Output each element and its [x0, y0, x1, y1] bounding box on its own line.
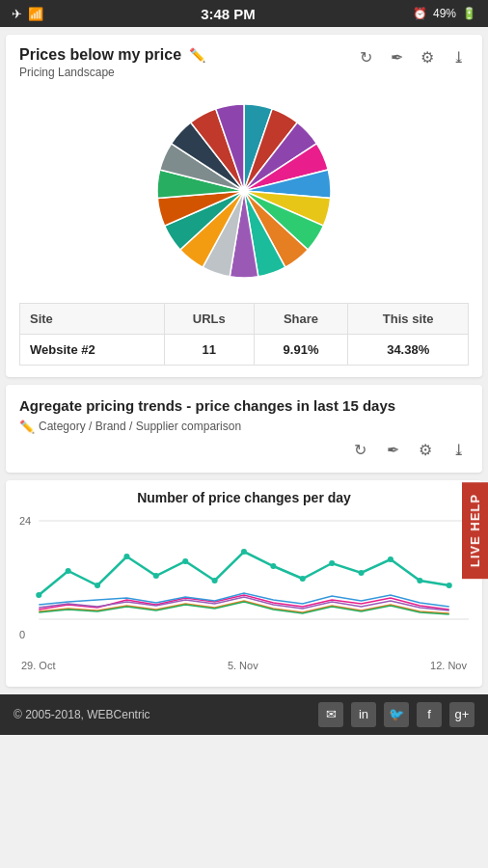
card2-subtitle-row: ✏️ Category / Brand / Supplier compariso…	[19, 420, 469, 434]
footer-social-icons: ✉ in 🐦 f g+	[318, 702, 474, 727]
card2-subtitle: Category / Brand / Supplier comparison	[39, 420, 241, 433]
cell-urls: 11	[164, 335, 254, 366]
facebook-icon[interactable]: f	[417, 702, 442, 727]
svg-point-13	[359, 570, 365, 576]
status-bar: ✈ 📶 3:48 PM ⏰ 49% 🔋	[0, 0, 488, 27]
status-time: 3:48 PM	[201, 6, 256, 22]
chart-x-labels: 29. Oct 5. Nov 12. Nov	[19, 658, 469, 671]
svg-point-14	[388, 556, 393, 562]
refresh2-icon[interactable]: ↻	[349, 440, 370, 461]
col-thissite: This site	[348, 304, 469, 335]
settings-icon[interactable]: ⚙	[417, 46, 438, 68]
copyright-text: © 2005-2018, WEBCentric	[14, 708, 150, 721]
battery-icon: 🔋	[462, 7, 476, 20]
chart-wrapper: 24 0	[19, 513, 469, 658]
status-right: ⏰ 49% 🔋	[413, 7, 476, 20]
card1-title: Prices below my price	[19, 46, 181, 64]
x-label-3: 12. Nov	[430, 660, 467, 671]
pie-chart	[148, 95, 340, 287]
settings2-icon[interactable]: ⚙	[415, 440, 436, 461]
pencil-icon[interactable]: ✏️	[19, 420, 35, 434]
svg-point-10	[270, 563, 276, 569]
edit-icon[interactable]: ✏️	[189, 47, 205, 63]
chart-area: Number of price changes per day 24 0	[6, 480, 482, 687]
table-row: Website #2 11 9.91% 34.38%	[20, 335, 469, 366]
live-help-button[interactable]: LIVE HELP	[462, 482, 488, 579]
email-icon[interactable]: ✉	[318, 702, 343, 727]
footer: © 2005-2018, WEBCentric ✉ in 🐦 f g+	[0, 694, 488, 735]
card2-header: Agregate pricing trends - price changes …	[19, 396, 469, 434]
chart-title: Number of price changes per day	[19, 490, 469, 505]
table-header-row: Site URLs Share This site	[20, 304, 469, 335]
col-share: Share	[254, 304, 348, 335]
download2-icon[interactable]: ⤓	[447, 440, 469, 461]
svg-point-6	[153, 573, 159, 579]
svg-point-12	[329, 560, 335, 566]
card1-subtitle: Pricing Landscape	[19, 66, 205, 79]
line-chart-svg	[19, 513, 469, 638]
col-site: Site	[20, 304, 165, 335]
y-label-top: 24	[19, 515, 31, 527]
pricing-table: Site URLs Share This site Website #2 11 …	[19, 303, 469, 366]
battery-text: 49%	[433, 7, 456, 20]
download-icon[interactable]: ⤓	[447, 46, 469, 68]
x-label-1: 29. Oct	[21, 660, 55, 671]
linkedin-icon[interactable]: in	[351, 702, 376, 727]
card1-header: Prices below my price ✏️ Pricing Landsca…	[19, 46, 469, 79]
refresh-icon[interactable]: ↻	[355, 46, 376, 68]
pie-chart-container	[19, 85, 469, 293]
svg-point-2	[36, 592, 41, 598]
svg-point-15	[417, 578, 422, 583]
status-left: ✈ 📶	[12, 7, 43, 21]
eyedropper2-icon[interactable]: ✒	[382, 440, 403, 461]
svg-point-9	[241, 549, 247, 555]
google-plus-icon[interactable]: g+	[449, 702, 474, 727]
alarm-icon: ⏰	[413, 7, 427, 20]
svg-point-8	[212, 578, 218, 583]
card1-title-area: Prices below my price ✏️ Pricing Landsca…	[19, 46, 205, 79]
prices-card: Prices below my price ✏️ Pricing Landsca…	[6, 35, 482, 377]
table-body: Website #2 11 9.91% 34.38%	[20, 335, 469, 366]
svg-point-4	[95, 583, 100, 588]
card2-title: Agregate pricing trends - price changes …	[19, 396, 469, 416]
eyedropper-icon[interactable]: ✒	[386, 46, 407, 68]
twitter-icon[interactable]: 🐦	[384, 702, 409, 727]
svg-point-16	[447, 583, 452, 588]
svg-point-5	[123, 554, 129, 559]
y-label-zero: 0	[19, 629, 25, 640]
signal-icon: 📶	[28, 7, 43, 21]
wifi-icon: ✈	[12, 7, 22, 21]
svg-point-3	[66, 568, 71, 574]
card1-actions: ↻ ✒ ⚙ ⤓	[355, 46, 469, 68]
col-urls: URLs	[164, 304, 254, 335]
svg-point-7	[182, 558, 188, 564]
card2-actions: ↻ ✒ ⚙ ⤓	[19, 440, 469, 461]
trends-card: Agregate pricing trends - price changes …	[6, 385, 482, 473]
cell-thissite: 34.38%	[348, 335, 469, 366]
x-label-2: 5. Nov	[228, 660, 258, 671]
cell-site[interactable]: Website #2	[20, 335, 165, 366]
cell-share: 9.91%	[254, 335, 348, 366]
svg-point-11	[300, 576, 306, 582]
